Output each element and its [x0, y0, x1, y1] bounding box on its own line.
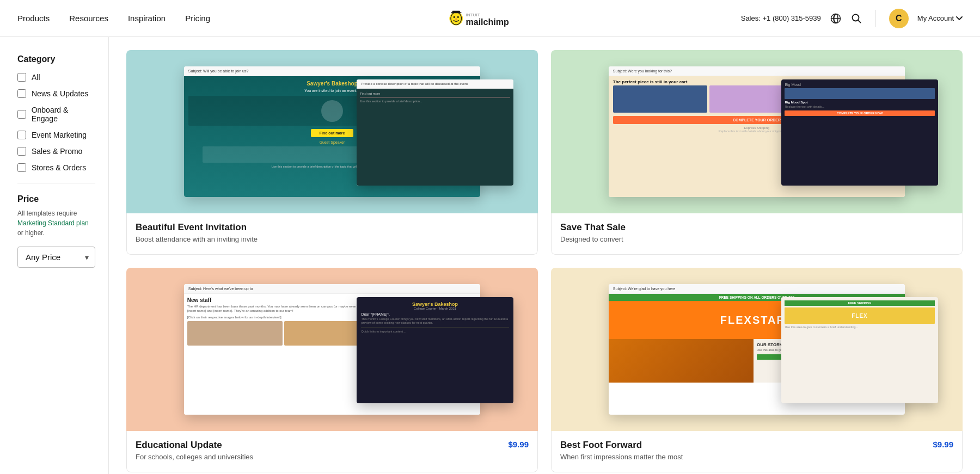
- checkbox-stores[interactable]: [17, 163, 26, 172]
- category-event[interactable]: Event Marketing: [17, 131, 95, 139]
- template-title-flex: Best Foot Forward: [560, 440, 683, 451]
- sidebar-divider: [17, 183, 95, 183]
- checkbox-event[interactable]: [17, 131, 26, 139]
- category-stores-label: Stores & Orders: [32, 163, 86, 172]
- email-subject-edu: Subject: Here's what we've been up to: [184, 284, 480, 294]
- checkbox-news[interactable]: [17, 89, 26, 98]
- nav-inspiration[interactable]: Inspiration: [128, 11, 166, 25]
- sales-number: Sales: +1 (800) 315-5939: [741, 14, 821, 22]
- category-onboard[interactable]: Onboard & Engage: [17, 106, 95, 123]
- template-info-row-sale: Save That Sale Designed to convert: [560, 222, 953, 243]
- template-details-flex: Best Foot Forward When first impressions…: [560, 440, 683, 461]
- price-dropdown[interactable]: Any Price Free $9.99: [17, 247, 95, 268]
- template-price-flex: $9.99: [933, 440, 953, 449]
- nav-pricing[interactable]: Pricing: [185, 11, 210, 25]
- header: Products Resources Inspiration Pricing I…: [0, 0, 980, 37]
- email-preview-flex-side: FREE SHIPPING FLEX Use this area to give…: [781, 297, 938, 403]
- nav-resources[interactable]: Resources: [69, 11, 108, 25]
- template-info-edu: Educational Update For schools, colleges…: [126, 431, 538, 472]
- category-news[interactable]: News & Updates: [17, 89, 95, 98]
- template-details-sale: Save That Sale Designed to convert: [560, 222, 626, 243]
- checkbox-sales[interactable]: [17, 147, 26, 156]
- user-dropdown[interactable]: My Account: [917, 14, 963, 22]
- checkbox-all[interactable]: [17, 73, 26, 82]
- templates-grid: Subject: Will you be able to join us? Sa…: [126, 50, 963, 472]
- template-info-sale: Save That Sale Designed to convert: [551, 213, 963, 255]
- category-onboard-label: Onboard & Engage: [32, 106, 95, 123]
- main-layout: Category All News & Updates Onboard & En…: [0, 37, 980, 474]
- checkbox-onboard[interactable]: [17, 110, 26, 119]
- category-stores[interactable]: Stores & Orders: [17, 163, 95, 172]
- template-card-flex[interactable]: Subject: We're glad to have you here FRE…: [551, 268, 963, 472]
- email-preview-edu-side: Sawyer's Bakeshop College Courier · Marc…: [357, 297, 513, 403]
- template-info-row: Beautiful Event Invitation Boost attenda…: [136, 222, 529, 243]
- template-price-edu: $9.99: [508, 440, 529, 449]
- template-image-sale: Subject: Were you looking for this? The …: [551, 50, 963, 213]
- category-event-label: Event Marketing: [32, 131, 87, 139]
- svg-point-4: [455, 18, 457, 19]
- globe-icon[interactable]: [830, 13, 842, 24]
- template-desc-flex: When first impressions matter the most: [560, 453, 683, 461]
- nav-products[interactable]: Products: [17, 11, 50, 25]
- category-all-label: All: [32, 73, 40, 82]
- template-info-flex: Best Foot Forward When first impressions…: [551, 431, 963, 472]
- template-info-row-edu: Educational Update For schools, colleges…: [136, 440, 529, 461]
- content-area: Subject: Will you be able to join us? Sa…: [109, 37, 980, 474]
- template-image-flex: Subject: We're glad to have you here FRE…: [551, 268, 963, 431]
- template-info-event: Beautiful Event Invitation Boost attenda…: [126, 213, 538, 255]
- email-subject-side: Provide a concise description of a topic…: [357, 79, 513, 89]
- category-all[interactable]: All: [17, 73, 95, 82]
- template-card-event[interactable]: Subject: Will you be able to join us? Sa…: [126, 50, 538, 255]
- template-card-edu[interactable]: Subject: Here's what we've been up to Ne…: [126, 268, 538, 472]
- template-info-row-flex: Best Foot Forward When first impressions…: [560, 440, 953, 461]
- svg-rect-6: [451, 12, 462, 13]
- template-image-event: Subject: Will you be able to join us? Sa…: [126, 50, 538, 213]
- logo[interactable]: INTUIT mailchimp: [446, 8, 534, 29]
- price-title: Price: [17, 194, 95, 204]
- category-news-label: News & Updates: [32, 89, 88, 98]
- category-sales-label: Sales & Promo: [32, 147, 82, 156]
- svg-text:mailchimp: mailchimp: [466, 17, 509, 27]
- template-desc-sale: Designed to convert: [560, 235, 626, 243]
- main-nav: Products Resources Inspiration Pricing: [17, 11, 210, 25]
- category-sales[interactable]: Sales & Promo: [17, 147, 95, 156]
- marketing-plan-link[interactable]: Marketing Standard plan: [17, 219, 89, 227]
- price-filter: Any Price Free $9.99 ▾: [17, 247, 95, 268]
- template-card-sale[interactable]: Subject: Were you looking for this? The …: [551, 50, 963, 255]
- mailchimp-logo-svg: INTUIT mailchimp: [446, 8, 534, 29]
- template-image-edu: Subject: Here's what we've been up to Ne…: [126, 268, 538, 431]
- svg-point-3: [457, 16, 459, 17]
- price-note: All templates require Marketing Standard…: [17, 208, 95, 238]
- avatar[interactable]: C: [889, 9, 909, 28]
- email-subject-flex: Subject: We're glad to have you here: [609, 284, 905, 294]
- svg-text:INTUIT: INTUIT: [466, 13, 480, 17]
- sawyer-side-content: Sawyer's Bakeshop College Courier · Marc…: [357, 297, 513, 403]
- email-subject-sale: Subject: Were you looking for this?: [609, 66, 905, 76]
- header-right: Sales: +1 (800) 315-5939 C My Account: [741, 9, 963, 28]
- email-subject: Subject: Will you be able to join us?: [184, 66, 480, 76]
- header-divider: [875, 10, 876, 27]
- template-desc-edu: For schools, colleges and universities: [136, 453, 253, 461]
- svg-point-2: [454, 16, 455, 17]
- chevron-down-icon: [956, 16, 963, 21]
- sidebar: Category All News & Updates Onboard & En…: [0, 37, 109, 474]
- email-preview-event-side: Provide a concise description of a topic…: [357, 79, 513, 186]
- email-preview-sale-side: Big Mood Big Mood Spot Replace the text …: [781, 79, 938, 186]
- template-title-sale: Save That Sale: [560, 222, 626, 233]
- template-title: Beautiful Event Invitation: [136, 222, 258, 233]
- template-details: Beautiful Event Invitation Boost attenda…: [136, 222, 258, 243]
- category-title: Category: [17, 54, 95, 64]
- search-icon[interactable]: [850, 13, 862, 24]
- template-title-edu: Educational Update: [136, 440, 253, 451]
- user-dropdown-label: My Account: [917, 14, 954, 22]
- template-details-edu: Educational Update For schools, colleges…: [136, 440, 253, 461]
- template-desc: Boost attendance with an inviting invite: [136, 235, 258, 243]
